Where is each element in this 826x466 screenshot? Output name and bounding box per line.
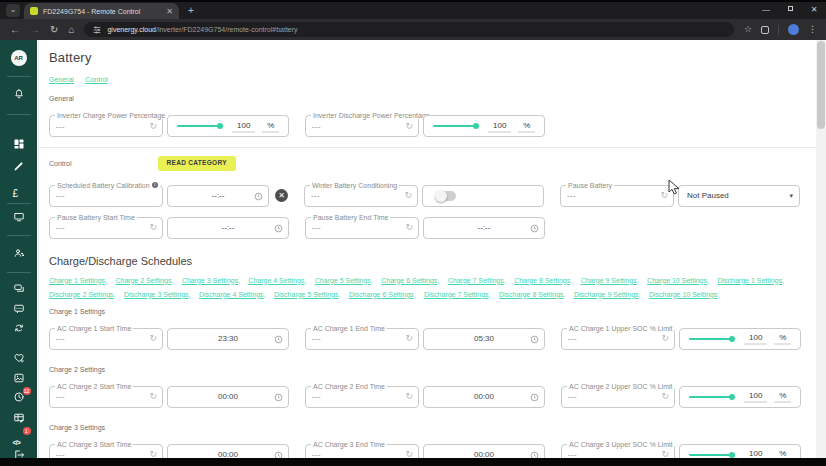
charge-1-end-time-box[interactable]: 05:30 <box>423 328 545 350</box>
nav-link-general[interactable]: General <box>49 76 74 83</box>
pause-battery-dropdown[interactable]: Not Paused ▾ <box>678 185 800 207</box>
back-icon[interactable]: ← <box>10 25 20 35</box>
clock-icon[interactable] <box>274 335 283 344</box>
refresh-icon[interactable]: ↻ <box>149 223 157 232</box>
refresh-icon[interactable]: ↻ <box>405 392 413 401</box>
slider-handle[interactable] <box>473 123 479 129</box>
slider-handle[interactable] <box>729 394 735 400</box>
window-close-button[interactable]: ✕ <box>802 3 826 16</box>
clear-calibration-button[interactable]: ✕ <box>275 189 288 202</box>
charge-3-soc-slider-box[interactable]: 100 % <box>679 444 801 459</box>
notifications-bell-icon[interactable] <box>13 88 25 100</box>
tab-close-icon[interactable]: ✕ <box>166 7 173 16</box>
refresh-icon[interactable]: ↻ <box>661 450 669 458</box>
clock-icon[interactable] <box>274 451 283 459</box>
refresh-icon[interactable]: ↻ <box>405 223 413 232</box>
window-minimize-button[interactable]: — <box>754 3 778 16</box>
tab-search-chevron-icon[interactable]: ⌄ <box>6 4 20 17</box>
slider-handle[interactable] <box>729 452 735 458</box>
new-tab-button[interactable]: + <box>188 5 194 16</box>
read-category-button[interactable]: READ CATEGORY <box>158 156 236 171</box>
clock-icon[interactable] <box>274 224 283 233</box>
refresh-icon[interactable]: ↻ <box>149 450 157 458</box>
charge-2-soc-slider-box[interactable]: 100 % <box>679 386 801 408</box>
schedule-link[interactable]: Discharge 10 Settings <box>649 291 717 298</box>
charge-2-start-field[interactable]: AC Charge 2 Start Time --- ↻ <box>49 386 163 408</box>
charge-1-soc-slider-box[interactable]: 100 % <box>679 328 801 350</box>
slider-track[interactable] <box>689 338 733 340</box>
extensions-icon[interactable] <box>761 26 769 34</box>
reload-icon[interactable]: ↻ <box>50 25 58 35</box>
image-icon[interactable] <box>13 372 25 384</box>
charge-3-start-time-box[interactable]: 00:00 <box>167 444 289 459</box>
slider-handle[interactable] <box>729 336 735 342</box>
refresh-icon[interactable]: ↻ <box>661 334 669 343</box>
toggle-switch[interactable] <box>436 191 456 201</box>
schedule-link[interactable]: Discharge 1 Settings <box>717 277 782 284</box>
discharge-power-slider-box[interactable]: 100 % <box>423 115 545 137</box>
clock-icon[interactable] <box>530 451 539 459</box>
charge-3-soc-field[interactable]: AC Charge 3 Upper SOC % Limit --- ↻ <box>561 444 675 459</box>
dashboard-icon[interactable] <box>13 138 25 150</box>
table-edit-icon[interactable] <box>13 412 25 424</box>
address-bar[interactable]: givenergy.cloud/inverter/FD2249G754/remo… <box>84 22 733 37</box>
clock-icon[interactable] <box>530 393 539 402</box>
slider-track[interactable] <box>689 396 733 398</box>
sync-icon[interactable] <box>13 322 25 334</box>
charge-power-slider-box[interactable]: 100 % <box>167 115 289 137</box>
schedule-link[interactable]: Discharge 6 Settings <box>349 291 414 298</box>
refresh-icon[interactable]: ↻ <box>660 191 668 200</box>
pause-end-field[interactable]: Pause Battery End Time --- ↻ <box>305 217 419 239</box>
slider-track[interactable] <box>433 125 477 127</box>
tariff-pound-icon[interactable]: £ <box>13 183 25 195</box>
clock-icon[interactable] <box>274 393 283 402</box>
charge-3-end-time-box[interactable]: 00:00 <box>423 444 545 459</box>
schedule-link[interactable]: Discharge 4 Settings <box>199 291 264 298</box>
charge-3-end-field[interactable]: AC Charge 3 End Time --- ↻ <box>305 444 419 459</box>
refresh-icon[interactable]: ↻ <box>405 122 413 131</box>
charge-power-field[interactable]: Inverter Charge Power Percentage --- ↻ <box>49 115 163 137</box>
code-icon[interactable]: </> 1 <box>13 431 25 443</box>
charge-3-start-field[interactable]: AC Charge 3 Start Time --- ↻ <box>49 444 163 459</box>
schedule-link[interactable]: Discharge 5 Settings <box>274 291 339 298</box>
clock-icon[interactable] <box>254 192 263 201</box>
site-settings-icon[interactable] <box>92 24 102 36</box>
refresh-icon[interactable]: ↻ <box>661 392 669 401</box>
charge-1-soc-field[interactable]: AC Charge 1 Upper SOC % Limit --- ↻ <box>561 328 675 350</box>
schedule-link[interactable]: Discharge 7 Settings <box>424 291 489 298</box>
heart-settings-icon[interactable] <box>13 352 25 364</box>
avatar[interactable]: AR <box>11 50 27 66</box>
page-scrollbar[interactable] <box>816 40 826 458</box>
info-icon[interactable]: i <box>152 182 158 188</box>
message-sms-icon[interactable] <box>13 303 25 315</box>
clock-icon[interactable] <box>530 224 539 233</box>
browser-tab[interactable]: FD2249G754 - Remote Control ✕ <box>24 3 179 19</box>
charge-2-end-time-box[interactable]: 00:00 <box>423 386 545 408</box>
browser-profile-avatar[interactable] <box>788 24 799 35</box>
home-icon[interactable]: ⌂ <box>68 25 74 35</box>
slider-track[interactable] <box>177 125 221 127</box>
winter-conditioning-toggle-box[interactable] <box>422 185 544 207</box>
users-icon[interactable] <box>13 247 25 259</box>
refresh-icon[interactable]: ↻ <box>405 450 413 458</box>
pause-battery-field[interactable]: Pause Battery --- ↻ <box>560 185 674 207</box>
charge-2-end-field[interactable]: AC Charge 2 End Time --- ↻ <box>305 386 419 408</box>
browser-menu-icon[interactable]: ⋮ <box>808 25 817 34</box>
refresh-icon[interactable]: ↻ <box>149 122 157 131</box>
schedule-link[interactable]: Discharge 8 Settings <box>499 291 564 298</box>
refresh-icon[interactable]: ↻ <box>149 334 157 343</box>
scrollbar-thumb[interactable] <box>817 41 825 129</box>
slider-track[interactable] <box>689 454 733 456</box>
history-clock-icon[interactable]: 12 <box>13 391 25 403</box>
charge-2-soc-field[interactable]: AC Charge 2 Upper SOC % Limit --- ↻ <box>561 386 675 408</box>
refresh-icon[interactable]: ↻ <box>404 191 412 200</box>
monitor-icon[interactable] <box>13 211 25 223</box>
winter-conditioning-field[interactable]: Winter Battery Conditioning --- ↻ <box>304 185 418 207</box>
bookmark-star-icon[interactable]: ☆ <box>744 25 752 34</box>
pause-start-field[interactable]: Pause Battery Start Time --- ↻ <box>49 217 163 239</box>
schedule-link[interactable]: Discharge 3 Settings <box>124 291 189 298</box>
forum-chat-icon[interactable] <box>13 283 25 295</box>
clock-icon[interactable] <box>530 335 539 344</box>
edit-pencil-icon[interactable] <box>13 160 25 172</box>
pause-start-time-box[interactable]: --:-- <box>167 217 289 239</box>
